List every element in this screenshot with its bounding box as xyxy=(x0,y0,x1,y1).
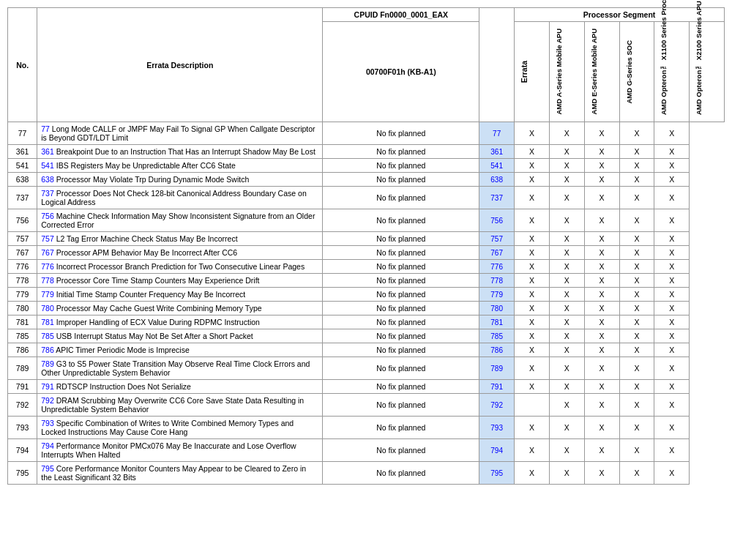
seg-cell-3: X xyxy=(619,122,654,145)
processor-segment-header: Processor Segment xyxy=(515,8,725,22)
row-desc: 794 Performance Monitor PMCx076 May Be I… xyxy=(37,439,323,462)
row-fix: No fix planned xyxy=(323,288,479,302)
row-no: 792 xyxy=(8,394,37,417)
seg-cell-2: X xyxy=(584,394,619,417)
seg-cell-2: X xyxy=(584,462,619,485)
row-desc: 361 Breakpoint Due to an Instruction Tha… xyxy=(37,145,323,159)
seg-cell-4: X xyxy=(654,145,690,159)
table-row: 7777 Long Mode CALLF or JMPF May Fail To… xyxy=(8,122,725,145)
row-desc: 776 Incorrect Processor Branch Predictio… xyxy=(37,260,323,274)
seg-cell-1: X xyxy=(549,357,584,380)
row-no: 789 xyxy=(8,357,37,380)
row-no: 767 xyxy=(8,246,37,260)
right-errata-num: 786 xyxy=(479,343,515,357)
row-desc: 791 RDTSCP Instruction Does Not Serializ… xyxy=(37,380,323,394)
row-fix: No fix planned xyxy=(323,316,479,329)
table-row: 779779 Initial Time Stamp Counter Freque… xyxy=(8,288,725,302)
row-desc: 780 Processor May Cache Guest Write Comb… xyxy=(37,302,323,316)
row-fix: No fix planned xyxy=(323,246,479,260)
row-no: 785 xyxy=(8,329,37,343)
seg-cell-1: X xyxy=(549,260,584,274)
right-errata-num: 756 xyxy=(479,209,515,232)
seg-cell-0: X xyxy=(515,316,550,329)
seg-cell-2: X xyxy=(584,246,619,260)
seg-cell-1: X xyxy=(549,246,584,260)
seg-cell-3: X xyxy=(619,343,654,357)
seg-cell-2: X xyxy=(584,145,619,159)
right-errata-num: 785 xyxy=(479,329,515,343)
table-row: 780780 Processor May Cache Guest Write C… xyxy=(8,302,725,316)
seg-cell-0: X xyxy=(515,246,550,260)
seg-cell-3: X xyxy=(619,394,654,417)
seg-header-3: AMD Opteron™ X1100 Series Processor xyxy=(654,22,690,122)
row-fix: No fix planned xyxy=(323,159,479,173)
seg-cell-1: X xyxy=(549,187,584,209)
seg-cell-2: X xyxy=(584,274,619,288)
seg-cell-3: X xyxy=(619,329,654,343)
row-fix: No fix planned xyxy=(323,260,479,274)
row-fix: No fix planned xyxy=(323,209,479,232)
seg-cell-2: X xyxy=(584,357,619,380)
table-row: 776776 Incorrect Processor Branch Predic… xyxy=(8,260,725,274)
right-errata-num: 541 xyxy=(479,159,515,173)
seg-cell-4: X xyxy=(654,187,690,209)
row-no: 638 xyxy=(8,173,37,187)
seg-cell-4: X xyxy=(654,209,690,232)
seg-cell-4: X xyxy=(654,329,690,343)
seg-cell-3: X xyxy=(619,246,654,260)
seg-cell-1: X xyxy=(549,274,584,288)
row-desc: 789 G3 to S5 Power State Transition May … xyxy=(37,357,323,380)
row-fix: No fix planned xyxy=(323,302,479,316)
row-fix: No fix planned xyxy=(323,329,479,343)
row-no: 780 xyxy=(8,302,37,316)
row-no: 794 xyxy=(8,439,37,462)
seg-cell-3: X xyxy=(619,288,654,302)
seg-cell-3: X xyxy=(619,462,654,485)
row-fix: No fix planned xyxy=(323,357,479,380)
row-desc: 541 IBS Registers May be Unpredictable A… xyxy=(37,159,323,173)
seg-cell-2: X xyxy=(584,209,619,232)
seg-cell-3: X xyxy=(619,316,654,329)
seg-cell-4: X xyxy=(654,288,690,302)
row-fix: No fix planned xyxy=(323,439,479,462)
table-row: 638638 Processor May Violate Trp During … xyxy=(8,173,725,187)
cpuid-main-header: CPUID Fn0000_0001_EAX xyxy=(323,8,479,22)
no-header: No. xyxy=(8,8,37,122)
seg-cell-0: X xyxy=(515,145,550,159)
seg-cell-0: X xyxy=(515,173,550,187)
seg-cell-1: X xyxy=(549,232,584,246)
row-no: 779 xyxy=(8,288,37,302)
row-desc: 737 Processor Does Not Check 128-bit Can… xyxy=(37,187,323,209)
row-fix: No fix planned xyxy=(323,462,479,485)
seg-cell-4: X xyxy=(654,274,690,288)
seg-cell-3: X xyxy=(619,417,654,439)
table-row: 757757 L2 Tag Error Machine Check Status… xyxy=(8,232,725,246)
row-fix: No fix planned xyxy=(323,232,479,246)
row-desc: 786 APIC Timer Periodic Mode is Imprecis… xyxy=(37,343,323,357)
seg-cell-1: X xyxy=(549,302,584,316)
row-fix: No fix planned xyxy=(323,187,479,209)
table-row: 786786 APIC Timer Periodic Mode is Impre… xyxy=(8,343,725,357)
table-row: 794794 Performance Monitor PMCx076 May B… xyxy=(8,439,725,462)
seg-cell-4: X xyxy=(654,246,690,260)
seg-cell-2: X xyxy=(584,232,619,246)
right-errata-num: 795 xyxy=(479,462,515,485)
seg-cell-4: X xyxy=(654,232,690,246)
seg-cell-0: X xyxy=(515,288,550,302)
seg-cell-1: X xyxy=(549,209,584,232)
seg-cell-3: X xyxy=(619,209,654,232)
seg-cell-3: X xyxy=(619,357,654,380)
right-errata-num: 793 xyxy=(479,417,515,439)
right-errata-num: 791 xyxy=(479,380,515,394)
table-row: 789789 G3 to S5 Power State Transition M… xyxy=(8,357,725,380)
seg-cell-1: X xyxy=(549,462,584,485)
right-errata-num: 792 xyxy=(479,394,515,417)
row-fix: No fix planned xyxy=(323,173,479,187)
row-fix: No fix planned xyxy=(323,394,479,417)
seg-cell-1: X xyxy=(549,343,584,357)
seg-cell-2: X xyxy=(584,439,619,462)
table-row: 778778 Processor Core Time Stamp Counter… xyxy=(8,274,725,288)
row-desc: 792 DRAM Scrubbing May Overwrite CC6 Cor… xyxy=(37,394,323,417)
table-row: 785785 USB Interrupt Status May Not Be S… xyxy=(8,329,725,343)
seg-cell-0: X xyxy=(515,343,550,357)
